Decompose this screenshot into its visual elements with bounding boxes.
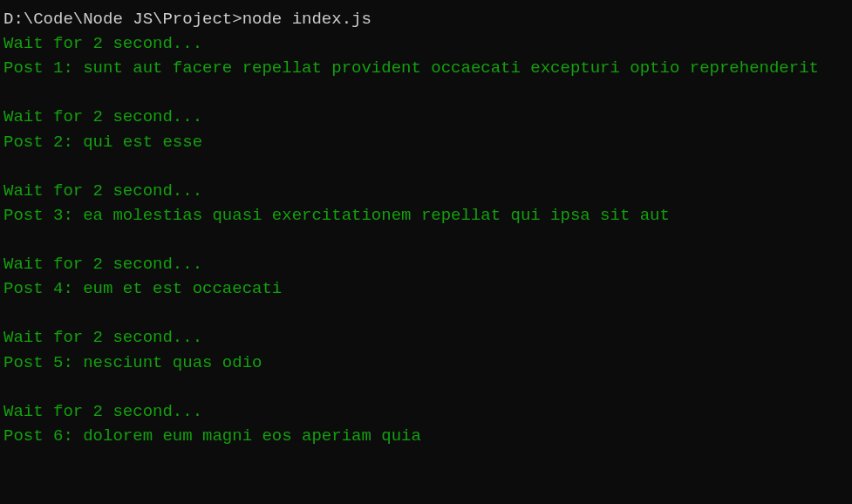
terminal-window[interactable]: D:\Code\Node JS\Project>node index.js Wa… (3, 7, 852, 448)
command-text: node index.js (242, 10, 371, 29)
output-container: Wait for 2 second... Post 1: sunt aut fa… (3, 31, 852, 448)
prompt-path: D:\Code\Node JS\Project> (3, 10, 242, 29)
